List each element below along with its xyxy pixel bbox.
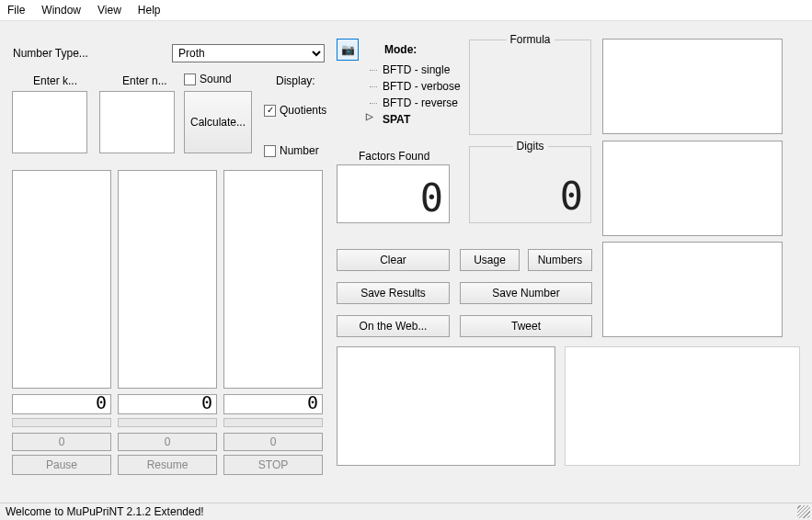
clear-button[interactable]: Clear (337, 249, 450, 271)
formula-group: Formula (469, 40, 591, 135)
menu-help[interactable]: Help (138, 4, 161, 17)
digits-value: 0 (560, 174, 585, 219)
progress-bar-3 (223, 418, 323, 427)
menu-window[interactable]: Window (41, 4, 81, 17)
number-check-box[interactable] (264, 145, 276, 157)
mode-spat[interactable]: SPAT (366, 111, 476, 128)
sound-checkbox[interactable]: Sound (184, 73, 232, 85)
mode-label: Mode: (384, 43, 417, 56)
menu-file[interactable]: File (7, 4, 25, 17)
save-results-button[interactable]: Save Results (337, 282, 450, 304)
camera-button[interactable]: 📷 (337, 39, 359, 61)
right-box-1[interactable] (602, 39, 783, 134)
numbers-button[interactable]: Numbers (528, 249, 592, 271)
factors-found-label: Factors Found (359, 150, 429, 163)
on-the-web-button[interactable]: On the Web... (337, 315, 450, 337)
stop-button[interactable]: STOP (223, 455, 323, 475)
formula-label: Formula (506, 33, 554, 46)
seg-value-2: 0 (201, 391, 212, 413)
display-label: Display: (276, 74, 315, 87)
listbox-2[interactable] (118, 170, 217, 389)
pause-button[interactable]: Pause (12, 455, 111, 475)
sound-label: Sound (200, 73, 232, 85)
mode-bftd-single[interactable]: BFTD - single (366, 62, 476, 78)
quotients-checkbox[interactable]: ✓ Quotients (264, 104, 326, 117)
usage-button[interactable]: Usage (460, 249, 520, 271)
number-checkbox[interactable]: Number (264, 144, 319, 157)
enter-k-input[interactable] (12, 91, 87, 153)
main-content: Number Type... Proth Enter k... Enter n.… (0, 21, 812, 499)
seg-counter-2: 0 (118, 394, 217, 414)
seg-value-3: 0 (307, 391, 318, 413)
save-number-button[interactable]: Save Number (460, 282, 592, 304)
mode-bftd-verbose[interactable]: BFTD - verbose (366, 78, 476, 95)
sound-check[interactable] (184, 73, 196, 85)
factors-found-value: 0 (420, 175, 445, 220)
factors-found-display: 0 (337, 164, 450, 223)
digits-group: Digits 0 (469, 146, 591, 223)
calculate-button[interactable]: Calculate... (184, 91, 252, 153)
mode-bftd-reverse[interactable]: BFTD - reverse (366, 95, 476, 111)
tweet-button[interactable]: Tweet (460, 315, 592, 337)
mode-tree[interactable]: BFTD - single BFTD - verbose BFTD - reve… (366, 62, 476, 128)
status-bar: Welcome to MuPuPriNT 2.1.2 Extended! (0, 503, 812, 520)
camera-icon: 📷 (341, 43, 355, 56)
seg-value-1: 0 (96, 391, 107, 413)
menu-bar: File Window View Help (0, 0, 812, 21)
progress-bar-1 (12, 418, 111, 427)
right-box-2[interactable] (602, 141, 783, 236)
number-check-label: Number (280, 144, 319, 157)
progress-bar-2 (118, 418, 217, 427)
listbox-1[interactable] (12, 170, 111, 389)
enter-n-input[interactable] (99, 91, 175, 153)
counter-2: 0 (118, 433, 217, 451)
right-box-3[interactable] (602, 242, 783, 337)
bottom-pane-left[interactable] (337, 346, 555, 466)
digits-label: Digits (512, 140, 547, 153)
resize-grip-icon[interactable] (797, 505, 810, 518)
resume-button[interactable]: Resume (118, 455, 217, 475)
number-type-label: Number Type... (13, 47, 88, 60)
quotients-label: Quotients (280, 104, 326, 117)
bottom-pane-right[interactable] (565, 346, 800, 466)
seg-counter-1: 0 (12, 394, 111, 414)
enter-k-label: Enter k... (33, 74, 77, 87)
listbox-3[interactable] (223, 170, 323, 389)
counter-1: 0 (12, 433, 111, 451)
seg-counter-3: 0 (223, 394, 323, 414)
enter-n-label: Enter n... (122, 74, 167, 87)
number-type-combo[interactable]: Proth (172, 44, 325, 62)
counter-3: 0 (223, 433, 323, 451)
quotients-check[interactable]: ✓ (264, 105, 276, 117)
status-text: Welcome to MuPuPriNT 2.1.2 Extended! (6, 505, 204, 518)
menu-view[interactable]: View (97, 4, 121, 17)
